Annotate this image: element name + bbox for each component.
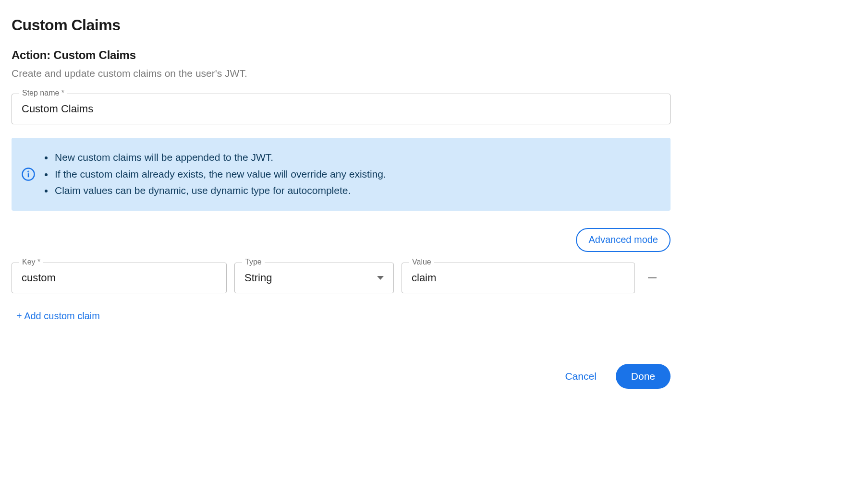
key-field: Key * — [12, 263, 227, 293]
step-name-input[interactable] — [12, 94, 671, 124]
type-select-value: String — [244, 272, 272, 284]
type-select[interactable]: String — [234, 263, 394, 293]
svg-point-2 — [28, 171, 28, 172]
info-item: Claim values can be dynamic, use dynamic… — [54, 182, 386, 199]
step-name-label: Step name * — [19, 89, 67, 97]
key-label: Key * — [19, 258, 43, 266]
type-field: Type String — [234, 263, 394, 293]
claim-row: Key * Type String Value — [12, 263, 671, 293]
footer-actions: Cancel Done — [12, 364, 671, 389]
remove-claim-button[interactable] — [643, 268, 662, 288]
done-button[interactable]: Done — [616, 364, 671, 389]
step-name-field: Step name * — [12, 94, 671, 124]
info-item: New custom claims will be appended to th… — [54, 149, 386, 166]
advanced-mode-button[interactable]: Advanced mode — [576, 228, 671, 252]
action-title: Action: Custom Claims — [12, 48, 671, 62]
minus-icon — [648, 277, 657, 278]
value-field: Value — [402, 263, 635, 293]
action-description: Create and update custom claims on the u… — [12, 68, 671, 79]
info-item: If the custom claim already exists, the … — [54, 166, 386, 183]
info-list: New custom claims will be appended to th… — [45, 149, 386, 199]
chevron-down-icon — [377, 276, 384, 280]
key-input[interactable] — [12, 263, 227, 293]
info-alert: New custom claims will be appended to th… — [12, 138, 671, 211]
page-title: Custom Claims — [12, 16, 671, 34]
add-custom-claim-button[interactable]: + Add custom claim — [13, 307, 103, 325]
value-label: Value — [409, 258, 434, 266]
type-label: Type — [242, 258, 265, 266]
cancel-button[interactable]: Cancel — [559, 366, 602, 387]
info-icon — [21, 167, 36, 181]
value-input[interactable] — [402, 263, 635, 293]
